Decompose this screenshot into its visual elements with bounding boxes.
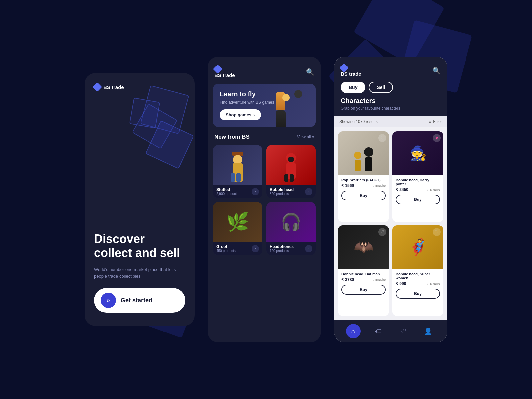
- spider-leg-1: [284, 174, 288, 182]
- pop-warriors-name: Pop, Warriers (FACET): [341, 178, 386, 182]
- new-from-bs-section-header: New from BS View all »: [208, 134, 321, 145]
- filter-icon: ≡: [429, 119, 431, 124]
- screen2-logo-area: BS trade: [214, 66, 235, 78]
- home-banner: Learn to fly Find adventure with BS game…: [213, 84, 316, 127]
- screen-home: BS trade 🔍 Learn to fly Find adventure w…: [208, 57, 321, 342]
- shop-games-arrow: ›: [253, 112, 255, 117]
- batman-heart-button[interactable]: ♡: [378, 228, 386, 236]
- product-card-superwoman: 🦸‍♀️ ♡ Bobble head, Super women ₹ 990 ○ …: [392, 225, 443, 316]
- enquire-icon-4: ○: [427, 282, 429, 285]
- home-product-stuffed[interactable]: Stuffed 2,900 products ›: [213, 145, 262, 198]
- shop-games-label: Shop games: [226, 112, 251, 117]
- spider-toy: [279, 148, 303, 182]
- groot-card-name: Groot: [216, 244, 236, 249]
- harry-potter-heart-button[interactable]: ♥: [433, 134, 441, 142]
- diamond-icon: [93, 82, 102, 92]
- screen2-search-button[interactable]: 🔍: [306, 68, 314, 76]
- filter-label: Filter: [433, 119, 442, 124]
- toy-legs: [231, 173, 241, 182]
- pop-warriors-img-area: ♡: [338, 131, 389, 175]
- pop-warriors-enquire-label: Enquire: [375, 184, 386, 187]
- stuffed-card-info: Stuffed 2,900 products ›: [213, 185, 262, 198]
- fig-head-2: [294, 90, 302, 98]
- harry-potter-img-area: 🧙 ♥: [392, 131, 443, 175]
- product-card-pop-warriors: ♡ Pop, Warriers (FACET) ₹ 1569 ○ Enquire…: [338, 131, 389, 222]
- screen3-search-button[interactable]: 🔍: [432, 67, 441, 75]
- discover-shapes: [105, 83, 191, 190]
- toy-leg-2: [236, 173, 241, 182]
- batman-enquire-label: Enquire: [375, 278, 386, 281]
- bobble-card-text: Bobble head 820 products: [270, 187, 294, 196]
- batman-img-area: 🦇 ♡: [338, 225, 389, 269]
- get-started-button[interactable]: » Get started: [94, 288, 185, 313]
- stuffed-card-count: 2,900 products: [216, 192, 238, 196]
- superwoman-enquire-button[interactable]: ○ Enquire: [427, 282, 440, 285]
- headphone-card-text: Headphones 120 products: [270, 244, 294, 253]
- pop-warriors-enquire-button[interactable]: ○ Enquire: [373, 184, 386, 187]
- buy-sell-tabs: Buy Sell: [341, 82, 441, 93]
- home-product-bobble[interactable]: Bobble head 820 products ›: [266, 145, 316, 198]
- discover-title: Discover collect and sell: [94, 232, 185, 260]
- harry-potter-price: ₹ 2450: [396, 187, 408, 192]
- groot-card-info: Groot 450 products ›: [213, 242, 262, 255]
- superwoman-buy-button[interactable]: Buy: [396, 289, 440, 299]
- enquire-icon-2: ○: [427, 188, 429, 191]
- batman-buy-button[interactable]: Buy: [341, 285, 386, 295]
- home-product-grid: Stuffed 2,900 products ›: [208, 145, 321, 255]
- tab-sell[interactable]: Sell: [369, 82, 393, 93]
- products-filter-bar: Showing 1070 results ≡ Filter: [334, 116, 447, 127]
- product-card-batman: 🦇 ♡ Bobble head, Bat man ₹ 3780 ○ Enquir…: [338, 225, 389, 316]
- fig-head-1: [282, 94, 290, 101]
- banner-subtitle: Find adventure with BS games: [220, 100, 276, 105]
- headphone-card-name: Headphones: [270, 244, 294, 249]
- batman-enquire-button[interactable]: ○ Enquire: [373, 278, 386, 281]
- headphone-card-img: 🎧: [266, 202, 316, 242]
- harry-potter-enquire-button[interactable]: ○ Enquire: [427, 188, 440, 191]
- bobble-card-name: Bobble head: [270, 187, 294, 192]
- harry-potter-enquire-label: Enquire: [430, 188, 440, 191]
- batman-info: Bobble head, Bat man ₹ 3780 ○ Enquire Bu…: [338, 269, 389, 297]
- screen3-logo-area: BS trade: [341, 65, 361, 77]
- bottom-navigation: ⌂ 🏷 ♡ 👤: [334, 320, 447, 342]
- bobble-card-arrow: ›: [305, 188, 312, 195]
- nav-tag-button[interactable]: 🏷: [371, 324, 386, 338]
- nav-profile-button[interactable]: 👤: [421, 324, 436, 338]
- nav-home-button[interactable]: ⌂: [346, 324, 361, 338]
- bobble-card-img: [266, 145, 316, 185]
- groot-toy: 🌿: [213, 202, 262, 242]
- fig-body-2: [276, 110, 286, 127]
- harry-potter-buy-button[interactable]: Buy: [396, 195, 440, 204]
- screens-container: BS trade Discover collect and sell World…: [85, 57, 447, 342]
- enquire-icon: ○: [373, 184, 374, 187]
- pop-fig-dark: [364, 147, 373, 171]
- home-product-headphone[interactable]: 🎧 Headphones 120 products ›: [266, 202, 316, 255]
- superwoman-enquire-label: Enquire: [430, 282, 440, 285]
- batman-price-row: ₹ 3780 ○ Enquire: [341, 277, 386, 282]
- groot-card-count: 450 products: [216, 249, 236, 253]
- filter-button[interactable]: ≡ Filter: [429, 119, 442, 124]
- shop-games-button[interactable]: Shop games ›: [220, 109, 261, 120]
- pop-warriors-heart-button[interactable]: ♡: [378, 134, 386, 142]
- view-all-link[interactable]: View all »: [297, 135, 314, 139]
- spider-leg-2: [290, 174, 294, 182]
- products-header: BS trade 🔍 Buy Sell Characters Grab on y…: [334, 57, 447, 116]
- products-category: Characters: [341, 97, 441, 105]
- banner-text: Learn to fly Find adventure with BS game…: [220, 90, 276, 120]
- pop-warriors-buy-button[interactable]: Buy: [341, 191, 386, 200]
- nav-heart-button[interactable]: ♡: [396, 324, 411, 338]
- superwoman-img-area: 🦸‍♀️ ♡: [392, 225, 443, 269]
- superwoman-heart-button[interactable]: ♡: [433, 228, 441, 236]
- pop-warriors-price: ₹ 1569: [341, 183, 354, 188]
- home-header: BS trade 🔍: [208, 57, 321, 84]
- superwoman-name: Bobble head, Super women: [396, 272, 440, 280]
- screen-discover: BS trade Discover collect and sell World…: [85, 73, 195, 326]
- groot-card-text: Groot 450 products: [216, 244, 236, 253]
- toy-leg-1: [231, 173, 235, 182]
- superwoman-price-row: ₹ 990 ○ Enquire: [396, 281, 440, 286]
- stuffed-card-name: Stuffed: [216, 187, 238, 192]
- home-product-groot[interactable]: 🌿 Groot 450 products ›: [213, 202, 262, 255]
- product-card-harry-potter: 🧙 ♥ Bobble head, Harry potter ₹ 2450 ○ E…: [392, 131, 443, 222]
- headphone-card-count: 120 products: [270, 249, 294, 253]
- tab-buy[interactable]: Buy: [341, 82, 365, 93]
- superwoman-info: Bobble head, Super women ₹ 990 ○ Enquire…: [392, 269, 443, 301]
